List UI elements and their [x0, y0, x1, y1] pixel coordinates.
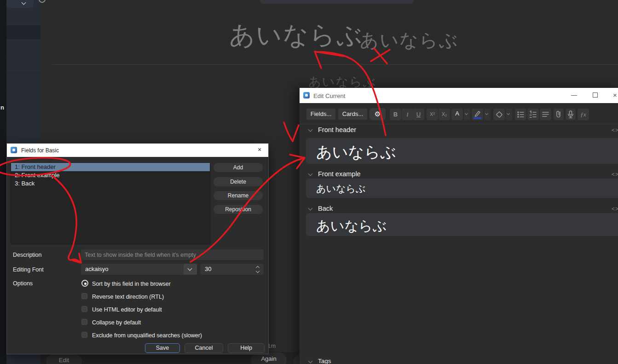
field-label: Front header — [318, 126, 356, 133]
browse-dropdown-button[interactable] — [6, 0, 34, 8]
field-header-row: Front example <> — [300, 169, 618, 179]
highlight-dropdown[interactable] — [484, 109, 491, 120]
text-color-button[interactable]: A — [451, 109, 463, 120]
card-front-large-text: あいならぶ — [229, 18, 363, 52]
highlight-color-swatch — [474, 117, 481, 119]
superscript-button[interactable]: X² — [427, 109, 438, 120]
numbered-list-icon — [527, 109, 539, 120]
rtl-checkbox[interactable] — [81, 293, 87, 299]
numbered-list-button[interactable] — [527, 109, 539, 120]
reposition-button[interactable]: Reposition — [214, 205, 263, 214]
fields-list-item[interactable]: 1: Front header — [11, 163, 210, 171]
top-panel-fragment — [260, 0, 414, 4]
fields-dialog-title: Fields for Basic — [21, 147, 59, 154]
bullet-list-icon — [515, 109, 526, 120]
mathjax-button[interactable]: ƒx — [578, 109, 589, 120]
html-toggle-icon[interactable]: <> — [612, 127, 618, 133]
font-combobox[interactable]: ackaisyo — [81, 264, 197, 275]
maximize-icon[interactable] — [593, 92, 598, 98]
font-combobox-dropdown[interactable] — [184, 264, 197, 275]
italic-button[interactable]: I — [402, 109, 413, 120]
field-label: Front example — [318, 170, 361, 178]
close-icon[interactable]: × — [255, 146, 264, 153]
field-header-row: Back <> — [300, 204, 618, 214]
bullet-list-button[interactable] — [515, 109, 526, 120]
chevron-down-icon — [485, 112, 488, 115]
gear-icon[interactable]: ⚙ — [370, 108, 386, 120]
microphone-icon — [566, 109, 576, 120]
sidebar-row-divider — [6, 73, 40, 74]
subscript-button[interactable]: X₂ — [439, 109, 450, 120]
sidebar-row-divider — [6, 56, 40, 57]
html-editor-option-label: Use HTML editor by default — [92, 306, 162, 313]
fields-dialog: Fields for Basic × 1: Front header 2: Fr… — [6, 143, 269, 354]
add-button[interactable]: Add — [214, 163, 263, 172]
eraser-dropdown[interactable] — [506, 109, 512, 120]
minimize-icon[interactable]: — — [571, 92, 577, 98]
bold-button[interactable]: B — [390, 109, 401, 120]
exclude-search-checkbox[interactable] — [81, 332, 87, 338]
sidebar-band — [6, 25, 40, 39]
field-label: Back — [318, 205, 333, 212]
save-button[interactable]: Save — [145, 343, 180, 353]
sort-field-radio[interactable] — [81, 280, 88, 287]
rtl-option-label: Reverse text direction (RTL) — [92, 294, 164, 300]
annotation-check-mark — [284, 122, 299, 141]
help-button[interactable]: Help — [228, 343, 265, 353]
card-answer-divider — [52, 64, 618, 65]
cancel-button[interactable]: Cancel — [185, 343, 223, 353]
edit-button[interactable]: Edit — [46, 354, 82, 364]
record-audio-button[interactable] — [566, 109, 576, 120]
eraser-button[interactable] — [493, 109, 505, 120]
sidebar-row-divider — [6, 107, 40, 108]
options-label: Options — [13, 280, 33, 287]
fields-list-item[interactable]: 3: Back — [11, 179, 210, 188]
sidebar-row-divider — [6, 124, 40, 125]
chevron-down-icon — [256, 269, 260, 273]
chevron-down-icon[interactable] — [308, 127, 313, 132]
chevron-down-icon[interactable] — [308, 206, 313, 211]
eraser-icon — [493, 109, 505, 120]
delete-button[interactable]: Delete — [214, 177, 263, 186]
html-editor-checkbox[interactable] — [81, 306, 87, 312]
justify-button[interactable] — [540, 109, 551, 120]
fields-dialog-titlebar: Fields for Basic × — [7, 144, 268, 157]
field-editor-back[interactable]: あいならぶ — [306, 213, 618, 236]
cards-button[interactable]: Cards... — [338, 109, 367, 120]
edit-window-titlebar: Edit Current — × — [300, 88, 618, 103]
field-editor-front-example[interactable]: あいならぶ — [306, 179, 618, 198]
description-input[interactable] — [81, 249, 264, 260]
chevron-down-icon — [22, 0, 26, 5]
screenshot-root: n あいならぶ あいならぶ あいならぶ Edit 1m Again Fields… — [0, 0, 618, 364]
description-label: Description — [13, 252, 42, 258]
html-toggle-icon[interactable]: <> — [612, 171, 618, 178]
field-editor-front-header[interactable]: あいならぶ — [306, 138, 618, 164]
anki-app-icon — [303, 92, 310, 98]
highlight-pen-button[interactable] — [472, 109, 483, 120]
edit-window-title: Edit Current — [313, 92, 345, 99]
sidebar-text-fragment: n — [0, 104, 4, 111]
font-size-spinner[interactable]: 30 — [200, 264, 264, 275]
attachment-button[interactable] — [554, 109, 564, 120]
chevron-down-icon — [188, 266, 192, 271]
chevron-down-icon — [308, 359, 313, 364]
html-toggle-icon[interactable]: <> — [612, 206, 618, 212]
edit-current-window: Edit Current — × Fields... Cards... ⚙ B … — [299, 88, 618, 364]
browse-left-strip: n — [0, 0, 6, 364]
field-header-row: Front header <> — [300, 125, 618, 135]
underline-button[interactable]: U — [413, 109, 424, 120]
tags-label: Tags — [318, 358, 331, 364]
collapse-checkbox[interactable] — [81, 319, 87, 325]
editor-toolbar: Fields... Cards... ⚙ B I U X² X₂ A — [300, 103, 618, 124]
editing-font-label: Editing Font — [13, 266, 44, 273]
rename-button[interactable]: Rename — [214, 191, 263, 200]
chevron-down-icon[interactable] — [308, 172, 313, 176]
tags-section[interactable]: Tags — [300, 358, 618, 364]
text-color-dropdown[interactable] — [464, 109, 470, 120]
fields-list-item[interactable]: 2: Front example — [11, 171, 210, 179]
close-icon[interactable]: × — [613, 91, 617, 99]
fields-button[interactable]: Fields... — [306, 109, 335, 120]
sort-field-option-label: Sort by this field in the browser — [92, 281, 171, 287]
fields-list: 1: Front header 2: Front example 3: Back — [11, 162, 210, 244]
spinner-arrows[interactable] — [255, 265, 261, 273]
